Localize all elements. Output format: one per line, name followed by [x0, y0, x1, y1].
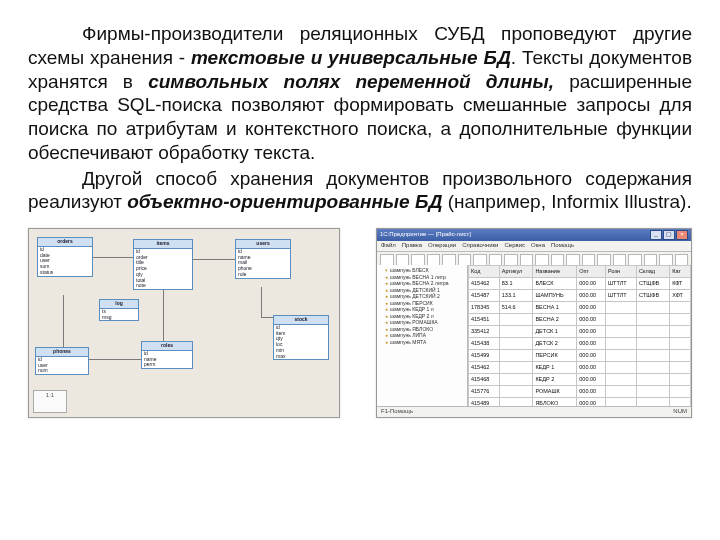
cell[interactable]: КЕДР 1: [533, 362, 577, 374]
tree-node[interactable]: шампунь МЯТА: [379, 339, 465, 346]
cell[interactable]: 000.00: [577, 338, 606, 350]
menu-Помощь[interactable]: Помощь: [551, 242, 574, 250]
cell[interactable]: ЯБЛОКО: [533, 398, 577, 407]
close-button[interactable]: ×: [676, 230, 688, 240]
menu-Сервис[interactable]: Сервис: [504, 242, 525, 250]
cell[interactable]: [606, 314, 637, 326]
table-row[interactable]: 415462КЕДР 1000.00: [469, 362, 691, 374]
cell[interactable]: КФТ: [670, 278, 691, 290]
cell[interactable]: 415468: [469, 374, 500, 386]
column-header[interactable]: Кат: [670, 266, 691, 278]
cell[interactable]: [606, 386, 637, 398]
cell[interactable]: [670, 350, 691, 362]
cell[interactable]: [499, 338, 533, 350]
table-row[interactable]: 335412ДЕТСК 1000.00: [469, 326, 691, 338]
cell[interactable]: 514.6: [499, 302, 533, 314]
cell[interactable]: [637, 338, 670, 350]
cell[interactable]: 415462: [469, 278, 500, 290]
cell[interactable]: 000.00: [577, 386, 606, 398]
data-grid[interactable]: КодАртикулНазваниеОптРознСкладКат4154628…: [468, 265, 691, 406]
cell[interactable]: ХФТ: [670, 290, 691, 302]
cell[interactable]: СТЩФВ: [637, 278, 670, 290]
min-button[interactable]: _: [650, 230, 662, 240]
table-row[interactable]: 415451ВЕСНА 2000.00: [469, 314, 691, 326]
cell[interactable]: 000.00: [577, 290, 606, 302]
cell[interactable]: [606, 398, 637, 407]
cell[interactable]: ВЕСНА 1: [533, 302, 577, 314]
column-header[interactable]: Опт: [577, 266, 606, 278]
cell[interactable]: [637, 374, 670, 386]
cell[interactable]: [606, 338, 637, 350]
cell[interactable]: [670, 302, 691, 314]
cell[interactable]: [637, 386, 670, 398]
cell[interactable]: ДЕТСК 1: [533, 326, 577, 338]
cell[interactable]: 415776: [469, 386, 500, 398]
cell[interactable]: ШТТЛТ: [606, 278, 637, 290]
cell[interactable]: [637, 362, 670, 374]
cell[interactable]: [606, 362, 637, 374]
table-row[interactable]: 415438ДЕТСК 2000.00: [469, 338, 691, 350]
cell[interactable]: ШТТЛТ: [606, 290, 637, 302]
cell[interactable]: [499, 350, 533, 362]
cell[interactable]: 415451: [469, 314, 500, 326]
cell[interactable]: [606, 374, 637, 386]
column-header[interactable]: Склад: [637, 266, 670, 278]
cell[interactable]: [499, 398, 533, 407]
cell[interactable]: [499, 374, 533, 386]
column-header[interactable]: Розн: [606, 266, 637, 278]
cell[interactable]: РОМАШК: [533, 386, 577, 398]
cell[interactable]: 415438: [469, 338, 500, 350]
cell[interactable]: [637, 350, 670, 362]
cell[interactable]: СТШФВ: [637, 290, 670, 302]
cell[interactable]: 133.1: [499, 290, 533, 302]
cell[interactable]: КЕДР 2: [533, 374, 577, 386]
table-row[interactable]: 415499ПЕРСИК000.00: [469, 350, 691, 362]
cell[interactable]: 000.00: [577, 362, 606, 374]
cell[interactable]: [670, 338, 691, 350]
cell[interactable]: [670, 374, 691, 386]
cell[interactable]: 000.00: [577, 398, 606, 407]
cell[interactable]: ШАМПУНЬ: [533, 290, 577, 302]
cell[interactable]: [670, 398, 691, 407]
cell[interactable]: 000.00: [577, 278, 606, 290]
table-row[interactable]: 415489ЯБЛОКО000.00: [469, 398, 691, 407]
cell[interactable]: [499, 326, 533, 338]
cell[interactable]: [606, 326, 637, 338]
table-row[interactable]: 415487133.1ШАМПУНЬ000.00ШТТЛТСТШФВХФТ: [469, 290, 691, 302]
column-header[interactable]: Название: [533, 266, 577, 278]
menu-Операции[interactable]: Операции: [428, 242, 456, 250]
table-row[interactable]: 415776РОМАШК000.00: [469, 386, 691, 398]
cell[interactable]: [499, 314, 533, 326]
tree-panel[interactable]: шампунь БЛЕСКшампунь ВЕСНА 1 литршампунь…: [377, 265, 468, 406]
max-button[interactable]: ▢: [663, 230, 675, 240]
cell[interactable]: ДЕТСК 2: [533, 338, 577, 350]
column-header[interactable]: Артикул: [499, 266, 533, 278]
cell[interactable]: 178345: [469, 302, 500, 314]
table-row[interactable]: 415468КЕДР 2000.00: [469, 374, 691, 386]
cell[interactable]: 335412: [469, 326, 500, 338]
cell[interactable]: БЛЕСК: [533, 278, 577, 290]
cell[interactable]: 000.00: [577, 350, 606, 362]
cell[interactable]: [670, 386, 691, 398]
menu-Файл[interactable]: Файл: [381, 242, 396, 250]
cell[interactable]: ВЕСНА 2: [533, 314, 577, 326]
cell[interactable]: [606, 302, 637, 314]
cell[interactable]: 000.00: [577, 326, 606, 338]
menu-Окна[interactable]: Окна: [531, 242, 545, 250]
cell[interactable]: [637, 314, 670, 326]
table-row[interactable]: 41546283.1БЛЕСК000.00ШТТЛТСТЩФВКФТ: [469, 278, 691, 290]
cell[interactable]: [670, 362, 691, 374]
cell[interactable]: [606, 350, 637, 362]
cell[interactable]: [499, 386, 533, 398]
cell[interactable]: 415462: [469, 362, 500, 374]
cell[interactable]: [637, 326, 670, 338]
column-header[interactable]: Код: [469, 266, 500, 278]
cell[interactable]: 000.00: [577, 314, 606, 326]
cell[interactable]: [670, 314, 691, 326]
menu-Правка[interactable]: Правка: [402, 242, 422, 250]
cell[interactable]: ПЕРСИК: [533, 350, 577, 362]
cell[interactable]: [637, 302, 670, 314]
cell[interactable]: 415489: [469, 398, 500, 407]
cell[interactable]: 83.1: [499, 278, 533, 290]
cell[interactable]: [499, 362, 533, 374]
